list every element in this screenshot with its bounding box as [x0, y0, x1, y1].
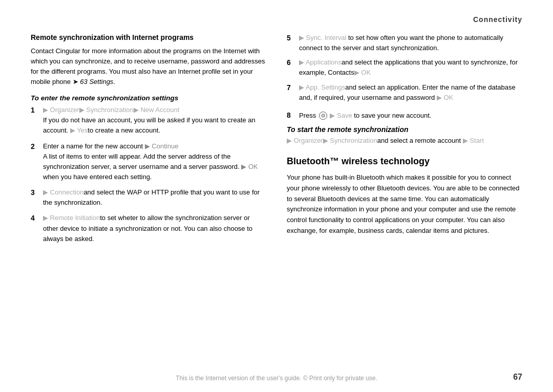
step-8-content: Press ⊙ ▶ Save to save your new account.: [299, 111, 431, 121]
step-2: 2 Enter a name for the new account ▶ Con…: [31, 141, 266, 183]
step-7-ok: ▶ OK: [437, 94, 453, 101]
step-1-yes-cont: to create a new account.: [88, 126, 160, 134]
section-remote-internet-title: Remote synchronization with Internet pro…: [31, 33, 266, 43]
step-7-menu: ▶ App. Settings: [299, 83, 345, 91]
bluetooth-title: Bluetooth™ wireless technology: [287, 155, 522, 167]
step-4-content: ▶ Remote Initiationto set wheter to allo…: [43, 213, 266, 244]
page-header: Connectivity: [31, 15, 522, 24]
start-remote-title: To start the remote synchronization: [287, 125, 522, 134]
main-content: Remote synchronization with Internet pro…: [31, 33, 522, 249]
step-4-num: 4: [31, 213, 40, 224]
section-start-remote: To start the remote synchronization ▶ Or…: [287, 125, 522, 146]
step-8-save: ▶ Save: [330, 112, 352, 119]
step-2-body: A list of items to enter will appear. Ad…: [43, 153, 241, 170]
connectivity-title: Connectivity: [473, 15, 522, 24]
step-1-menu: ▶ Organizer▶ Synchronization▶ New Accoun…: [43, 106, 179, 114]
page: Connectivity Remote synchronization with…: [0, 0, 553, 392]
step-2-continue: ▶ Continue: [145, 142, 179, 150]
start-remote-body: ▶ Organizer▶ Synchronizationand select a…: [287, 136, 522, 146]
step-3-content: ▶ Connectionand select the WAP or HTTP p…: [43, 187, 266, 208]
section-remote-internet: Remote synchronization with Internet pro…: [31, 33, 266, 87]
step-4-menu: ▶ Remote Initiation: [43, 214, 100, 222]
step-7-content: ▶ App. Settingsand select an application…: [299, 82, 522, 103]
step-2-content: Enter a name for the new account ▶ Conti…: [43, 141, 266, 183]
arrow-icon: ➤: [73, 78, 80, 85]
step-1: 1 ▶ Organizer▶ Synchronization▶ New Acco…: [31, 105, 266, 136]
section-enter-remote-sync: To enter the remote synchronization sett…: [31, 94, 266, 244]
step-8-post: to save your new account.: [354, 112, 431, 119]
start-remote-start: ▶ Start: [463, 137, 484, 144]
right-column: 5 ▶ Sync. Interval to set how often you …: [287, 33, 522, 249]
step-2-ok-post: when you have entered each setting.: [43, 173, 152, 181]
start-remote-menu: ▶ Organizer▶ Synchronization: [287, 137, 377, 144]
step-3-num: 3: [31, 187, 40, 199]
step-5-content: ▶ Sync. Interval to set how often you wa…: [299, 33, 522, 53]
step-1-content: ▶ Organizer▶ Synchronization▶ New Accoun…: [43, 105, 266, 136]
steps-list-right: 5 ▶ Sync. Interval to set how often you …: [287, 33, 522, 103]
step-5-num: 5: [287, 33, 296, 44]
enter-remote-sync-title: To enter the remote synchronization sett…: [31, 94, 266, 102]
section-remote-internet-body: Contact Cingular for more information ab…: [31, 46, 266, 88]
left-column: Remote synchronization with Internet pro…: [31, 33, 266, 249]
step-8-num: 8: [287, 110, 296, 121]
step-8-pre: Press: [299, 112, 318, 119]
step-6-content: ▶ Applicationsand select the application…: [299, 57, 522, 78]
step-4: 4 ▶ Remote Initiationto set wheter to al…: [31, 213, 266, 244]
step-1-num: 1: [31, 105, 40, 116]
step-1-yes: ▶ Yes: [70, 126, 88, 134]
footer: This is the Internet version of the user…: [0, 375, 553, 382]
step-6-ok: ▶ OK: [354, 69, 371, 76]
section-bluetooth: Bluetooth™ wireless technology Your phon…: [287, 155, 522, 236]
step-6: 6 ▶ Applicationsand select the applicati…: [287, 57, 522, 78]
step-2-pre: Enter a name for the new account: [43, 142, 145, 150]
step-7: 7 ▶ App. Settingsand select an applicati…: [287, 82, 522, 103]
step-3: 3 ▶ Connectionand select the WAP or HTTP…: [31, 187, 266, 208]
circle-icon: ⊙: [319, 112, 327, 120]
page-number: 67: [513, 373, 522, 382]
steps-list-left: 1 ▶ Organizer▶ Synchronization▶ New Acco…: [31, 105, 266, 244]
bluetooth-body: Your phone has built-in Bluetooth which …: [287, 172, 522, 236]
step-5-menu: ▶ Sync. Interval: [299, 34, 346, 41]
start-remote-mid: and select a remote account: [377, 137, 463, 144]
step-8: 8 Press ⊙ ▶ Save to save your new accoun…: [287, 110, 522, 121]
step-2-num: 2: [31, 141, 40, 153]
step-6-menu: ▶ Applications: [299, 58, 342, 66]
step-2-ok: ▶ OK: [241, 163, 258, 170]
footer-text: This is the Internet version of the user…: [176, 375, 377, 382]
step-6-num: 6: [287, 57, 296, 69]
step-5: 5 ▶ Sync. Interval to set how often you …: [287, 33, 522, 53]
step-3-menu: ▶ Connection: [43, 188, 83, 196]
step-7-num: 7: [287, 82, 296, 94]
